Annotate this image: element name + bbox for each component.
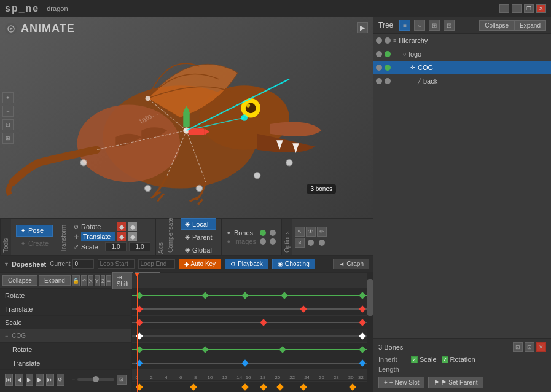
translate-key2-button[interactable]: ◆: [128, 232, 137, 241]
hierarchy-icon-btn[interactable]: ≡: [399, 20, 410, 31]
keyframe[interactable]: [359, 305, 365, 312]
keyframe[interactable]: [281, 292, 288, 299]
keyframe[interactable]: [359, 346, 365, 353]
loop-button[interactable]: ↺: [57, 374, 64, 386]
speed-icon[interactable]: ⊡: [117, 375, 127, 385]
skip-start-button[interactable]: ⏮: [5, 374, 13, 386]
bones-opt-icon[interactable]: B: [295, 238, 305, 248]
keyframe[interactable]: [279, 346, 286, 353]
current-input[interactable]: [72, 259, 94, 269]
speed-track[interactable]: [77, 378, 114, 381]
keyframe[interactable]: [359, 332, 365, 339]
keyframe[interactable]: [201, 346, 208, 353]
list-item[interactable]: − COG: [0, 329, 131, 343]
delete-icon-btn[interactable]: ✕: [536, 342, 546, 352]
rotation-check[interactable]: ✓ Rotation: [442, 356, 475, 363]
table-row[interactable]: [132, 343, 367, 356]
keyframe[interactable]: [300, 305, 307, 312]
skip-end-button[interactable]: ⏭: [46, 374, 54, 386]
undo-icon[interactable]: ↶: [81, 275, 87, 286]
loop-start-input[interactable]: [98, 259, 135, 269]
keyframe[interactable]: [359, 319, 365, 326]
minimize-button[interactable]: ─: [499, 4, 509, 13]
loop-end-input[interactable]: [138, 259, 175, 269]
list-item[interactable]: Rotate: [0, 289, 131, 302]
scale-y-input[interactable]: [129, 242, 150, 251]
restore-button[interactable]: ❐: [524, 4, 534, 13]
fit-icon[interactable]: ⊡: [2, 119, 14, 130]
ghosting-button[interactable]: ◉ Ghosting: [272, 259, 315, 269]
rotation-checkbox[interactable]: ✓: [442, 356, 448, 363]
scale-checkbox[interactable]: ✓: [411, 356, 418, 363]
expand-button[interactable]: Expand: [39, 275, 71, 286]
table-row[interactable]: [132, 356, 367, 370]
close-button[interactable]: ✕: [536, 4, 546, 13]
keyframe[interactable]: [241, 359, 248, 366]
x-icon[interactable]: X: [88, 275, 93, 286]
local-button[interactable]: ◈ Local: [181, 218, 216, 230]
playhead[interactable]: [137, 273, 138, 392]
table-row[interactable]: [132, 302, 367, 316]
paste-icon-btn[interactable]: ⊡: [525, 342, 534, 352]
keyframe[interactable]: [260, 319, 267, 326]
tree-collapse-button[interactable]: Collapse: [479, 20, 514, 31]
next-frame-button[interactable]: ▶: [36, 374, 44, 386]
parent-button[interactable]: ◈ Parent: [181, 231, 216, 243]
tree-expand-button[interactable]: Expand: [514, 20, 546, 31]
table-row[interactable]: [132, 316, 367, 329]
zoom-in-icon[interactable]: +: [2, 92, 14, 103]
keyframe[interactable]: [350, 383, 356, 390]
layers-icon[interactable]: ≡: [106, 275, 111, 286]
dopesheet-toggle[interactable]: ▼ Dopesheet: [4, 261, 46, 268]
bones-icon-btn[interactable]: ○: [414, 20, 425, 31]
tree-item[interactable]: ╱ back: [373, 74, 551, 88]
rotate-key2-button[interactable]: ◆: [128, 222, 137, 231]
scale-x-input[interactable]: [105, 242, 127, 251]
grid-icon[interactable]: ⊞: [2, 133, 14, 144]
cursor-icon[interactable]: ↖: [295, 227, 305, 237]
z-icon[interactable]: Z: [101, 275, 106, 286]
tree-item[interactable]: ○ logo: [373, 47, 551, 61]
keyframe[interactable]: [201, 292, 208, 299]
scale-check[interactable]: ✓ Scale: [411, 356, 437, 363]
keyframe[interactable]: [241, 383, 248, 390]
shift-button[interactable]: ⇥ Shift: [112, 272, 133, 289]
list-item[interactable]: Scale: [0, 316, 131, 329]
keyframe[interactable]: [300, 383, 307, 390]
lock-icon[interactable]: 🔒: [72, 275, 80, 286]
keyframe[interactable]: [260, 383, 267, 390]
dopesheet-timeline[interactable]: 0 2 4 6 8 10 12 14 16 18 20 22 24 26: [132, 273, 367, 392]
global-button[interactable]: ◈ Global: [181, 244, 216, 256]
copy-icon-btn[interactable]: ⊡: [513, 342, 523, 352]
keyframe[interactable]: [359, 292, 365, 299]
keyframe[interactable]: [241, 292, 248, 299]
rotate-key-button[interactable]: ◆: [117, 222, 126, 231]
graph-button[interactable]: ◄ Graph: [333, 259, 369, 269]
zoom-out-icon[interactable]: −: [2, 106, 14, 117]
scrollbar-thumb[interactable]: [367, 279, 373, 316]
tree-item[interactable]: ≡ Hierarchy: [373, 34, 551, 47]
new-slot-button[interactable]: + + New Slot: [378, 377, 424, 388]
list-item[interactable]: Rotate: [0, 343, 131, 356]
pose-button[interactable]: ✦ Pose: [16, 225, 53, 237]
skin-icon-btn[interactable]: ⊡: [444, 20, 455, 31]
keyframe[interactable]: [276, 383, 283, 390]
table-row[interactable]: [132, 289, 367, 302]
create-button[interactable]: ✦ Create: [16, 238, 53, 249]
viewport[interactable]: ANIMATE ▶: [0, 17, 373, 218]
maximize-button[interactable]: □: [512, 4, 522, 13]
keyframe[interactable]: [359, 359, 365, 366]
table-row[interactable]: [132, 329, 367, 343]
list-item[interactable]: Translate: [0, 356, 131, 370]
slots-icon-btn[interactable]: ⊞: [429, 20, 440, 31]
brush-icon[interactable]: ✏: [317, 227, 327, 237]
playback-button[interactable]: ⚙ Playback: [225, 259, 268, 269]
collapse-button[interactable]: Collapse: [2, 275, 37, 286]
timeline-scrollbar[interactable]: [367, 273, 373, 392]
play-button[interactable]: ▶: [26, 374, 34, 386]
keyframe[interactable]: [190, 383, 197, 390]
eye-icon[interactable]: 👁: [306, 227, 316, 237]
set-parent-button[interactable]: ⚑ ⚑ Set Parent: [428, 377, 483, 388]
prev-frame-button[interactable]: ◀: [15, 374, 23, 386]
auto-key-button[interactable]: ◆ Auto Key: [179, 259, 222, 269]
